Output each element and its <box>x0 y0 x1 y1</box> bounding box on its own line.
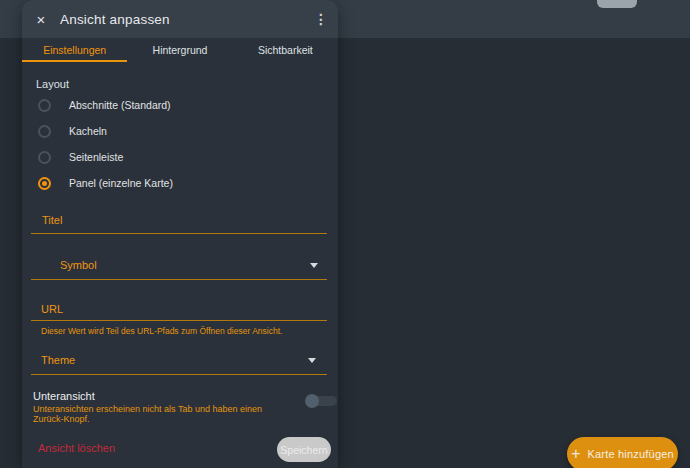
radio-abschnitte[interactable]: Abschnitte (Standard) <box>36 96 316 114</box>
theme-select-label: Theme <box>41 354 75 366</box>
chevron-down-icon[interactable] <box>308 358 316 363</box>
add-card-label: Karte hinzufügen <box>587 448 673 460</box>
close-icon[interactable]: × <box>22 11 60 28</box>
done-button-partial[interactable] <box>597 0 637 8</box>
radio-label: Kacheln <box>69 125 107 137</box>
radio-circle-icon <box>38 99 51 112</box>
url-input-label: URL <box>41 303 63 315</box>
subview-toggle[interactable] <box>305 394 337 408</box>
plus-icon: + <box>571 446 580 462</box>
tab-einstellungen[interactable]: Einstellungen <box>22 38 127 62</box>
radio-panel[interactable]: Panel (einzelne Karte) <box>36 174 316 192</box>
subview-label: Unteransicht <box>33 390 95 402</box>
tab-hintergrund[interactable]: Hintergrund <box>127 38 232 62</box>
layout-group-label: Layout <box>36 78 69 90</box>
save-button[interactable]: Speichern <box>277 437 331 462</box>
theme-select[interactable] <box>31 374 327 375</box>
delete-view-button[interactable]: Ansicht löschen <box>38 442 115 454</box>
chevron-down-icon[interactable] <box>310 263 318 268</box>
radio-label: Panel (einzelne Karte) <box>69 177 173 189</box>
dialog-header: × Ansicht anpassen ⋮ <box>22 0 338 38</box>
tab-sichtbarkeit[interactable]: Sichtbarkeit <box>233 38 338 62</box>
radio-seitenleiste[interactable]: Seitenleiste <box>36 148 316 166</box>
radio-circle-icon <box>38 177 51 190</box>
tab-bar: Einstellungen Hintergrund Sichtbarkeit <box>22 38 338 62</box>
title-input-label: Titel <box>42 214 62 226</box>
add-card-fab[interactable]: + Karte hinzufügen <box>567 437 678 468</box>
subview-description: Unteransichten erscheinen nicht als Tab … <box>33 404 293 424</box>
icon-select-label: Symbol <box>60 259 97 271</box>
url-input[interactable] <box>31 320 327 321</box>
dialog-title: Ansicht anpassen <box>60 12 170 27</box>
page-background: + Karte hinzufügen × Ansicht anpassen ⋮ … <box>0 0 690 468</box>
title-input[interactable] <box>31 233 327 234</box>
radio-label: Seitenleiste <box>69 151 123 163</box>
more-vert-icon[interactable]: ⋮ <box>304 11 338 27</box>
radio-circle-icon <box>38 125 51 138</box>
icon-select[interactable] <box>31 279 327 280</box>
radio-kacheln[interactable]: Kacheln <box>36 122 316 140</box>
toggle-knob <box>305 394 319 408</box>
radio-circle-icon <box>38 151 51 164</box>
radio-label: Abschnitte (Standard) <box>69 99 171 111</box>
edit-view-dialog: × Ansicht anpassen ⋮ Einstellungen Hinte… <box>22 0 338 468</box>
url-helper-text: Dieser Wert wird Teil des URL-Pfads zum … <box>41 326 321 336</box>
